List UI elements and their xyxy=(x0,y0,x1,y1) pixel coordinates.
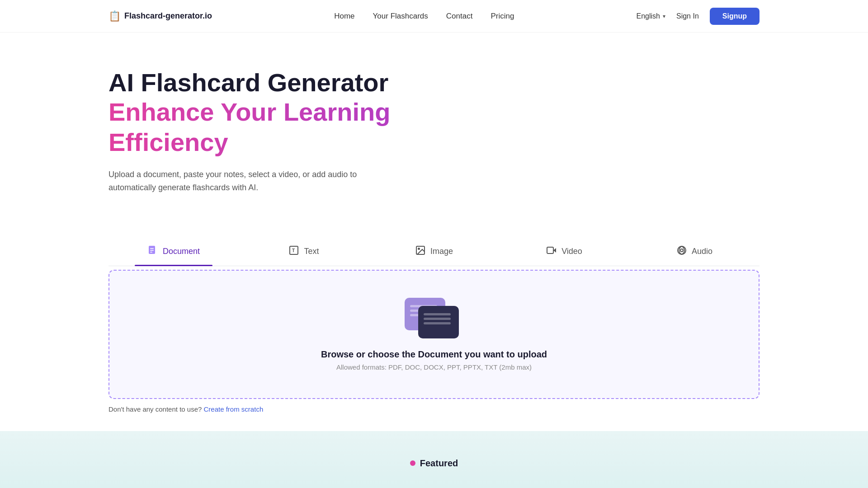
tab-document[interactable]: Document xyxy=(108,239,239,266)
upload-sub-text: Allowed formats: PDF, DOC, DOCX, PPT, PP… xyxy=(336,363,532,371)
nav-links: Home Your Flashcards Contact Pricing xyxy=(334,12,514,21)
nav-right: English ▾ Sign In Signup xyxy=(636,8,760,25)
signin-button[interactable]: Sign In xyxy=(676,12,699,20)
language-label: English xyxy=(636,12,660,20)
tab-image[interactable]: Image xyxy=(369,239,499,266)
featured-label: Featured xyxy=(420,458,458,469)
tab-audio-label: Audio xyxy=(692,247,712,256)
signup-button[interactable]: Signup xyxy=(710,8,760,25)
featured-dot xyxy=(410,460,415,466)
featured-section: Featured xyxy=(0,431,868,488)
tab-audio[interactable]: Audio xyxy=(629,239,760,266)
scratch-prompt: Don't have any content to use? xyxy=(108,405,204,413)
upload-illustration xyxy=(405,298,463,338)
svg-rect-2 xyxy=(150,250,154,251)
svg-point-11 xyxy=(680,249,683,252)
nav-link-pricing[interactable]: Pricing xyxy=(491,12,514,21)
hero-title-line3: Efficiency xyxy=(108,127,760,157)
nav-link-contact[interactable]: Contact xyxy=(446,12,473,21)
svg-text:T: T xyxy=(292,248,295,253)
tab-video-label: Video xyxy=(561,247,582,256)
language-selector[interactable]: English ▾ xyxy=(636,12,665,20)
hero-section: AI Flashcard Generator Enhance Your Lear… xyxy=(0,33,868,221)
tab-text[interactable]: T Text xyxy=(239,239,369,266)
create-from-scratch-link[interactable]: Create from scratch xyxy=(204,405,264,413)
document-icon xyxy=(147,245,158,258)
scratch-hint: Don't have any content to use? Create fr… xyxy=(108,405,760,413)
audio-icon xyxy=(676,245,687,258)
input-type-tabs: Document T Text Image Video xyxy=(108,239,760,266)
upload-section: Browse or choose the Document you want t… xyxy=(108,266,760,431)
navbar: 📋 Flashcard-generator.io Home Your Flash… xyxy=(0,0,868,33)
video-icon xyxy=(546,245,557,258)
tab-image-label: Image xyxy=(430,247,453,256)
image-icon xyxy=(415,245,426,258)
chevron-down-icon: ▾ xyxy=(663,13,665,19)
nav-link-home[interactable]: Home xyxy=(334,12,354,21)
nav-link-your-flashcards[interactable]: Your Flashcards xyxy=(373,12,428,21)
svg-rect-8 xyxy=(547,247,553,253)
svg-rect-1 xyxy=(150,248,154,249)
upload-main-text: Browse or choose the Document you want t… xyxy=(321,349,547,360)
tab-document-label: Document xyxy=(163,247,200,256)
svg-point-7 xyxy=(418,248,420,249)
hero-title-gradient-block: Enhance Your Learning Efficiency xyxy=(108,97,760,157)
logo-text: Flashcard-generator.io xyxy=(124,11,212,21)
svg-rect-3 xyxy=(150,252,152,253)
text-icon: T xyxy=(288,245,299,258)
hero-title-line2: Enhance Your Learning xyxy=(108,97,760,127)
logo-icon: 📋 xyxy=(108,10,121,22)
tab-video[interactable]: Video xyxy=(499,239,629,266)
upload-dropzone[interactable]: Browse or choose the Document you want t… xyxy=(108,270,760,399)
tab-text-label: Text xyxy=(304,247,319,256)
hero-title-line1: AI Flashcard Generator xyxy=(108,69,760,97)
featured-title: Featured xyxy=(410,458,458,469)
logo[interactable]: 📋 Flashcard-generator.io xyxy=(108,10,212,22)
hero-subtitle: Upload a document, paste your notes, sel… xyxy=(108,168,362,194)
